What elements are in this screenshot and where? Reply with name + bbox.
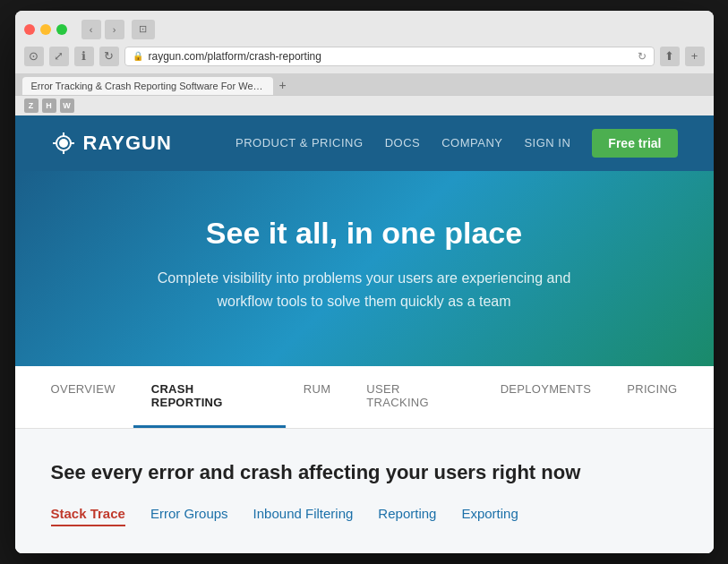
subtab-stack-trace[interactable]: Stack Trace — [51, 506, 125, 526]
browser-tab-bar: Error Tracking & Crash Reporting Softwar… — [15, 73, 714, 95]
lock-icon: 🔒 — [133, 51, 143, 61]
svg-rect-3 — [63, 150, 64, 154]
svg-rect-2 — [63, 132, 64, 137]
svg-rect-5 — [70, 142, 74, 144]
address-text: raygun.com/platform/crash-reporting — [149, 50, 632, 63]
address-bar[interactable]: 🔒 raygun.com/platform/crash-reporting ↻ — [124, 47, 655, 66]
window-toggle-button[interactable]: ⊡ — [132, 20, 155, 39]
back-button[interactable]: ‹ — [81, 20, 101, 39]
extensions-row: Z H W — [15, 95, 714, 115]
nav-sign-in[interactable]: SIGN IN — [524, 136, 570, 150]
tab-deployments[interactable]: DEPLOYMENTS — [483, 366, 610, 428]
reload-button[interactable]: ↻ — [99, 47, 119, 66]
hero-section: See it all, in one place Complete visibi… — [15, 171, 714, 366]
ext-z-icon: Z — [24, 98, 39, 113]
subtab-inbound-filtering[interactable]: Inbound Filtering — [253, 506, 354, 526]
subtab-exporting[interactable]: Exporting — [461, 506, 518, 526]
tab-pricing[interactable]: PRICING — [609, 366, 695, 428]
nav-docs[interactable]: DOCS — [385, 136, 421, 150]
hero-title: See it all, in one place — [51, 216, 678, 251]
subtab-error-groups[interactable]: Error Groups — [150, 506, 228, 526]
close-button[interactable] — [24, 24, 35, 35]
share-button[interactable]: ⬆ — [660, 47, 680, 66]
forward-button[interactable]: › — [105, 20, 124, 39]
new-tab-button[interactable]: + — [275, 77, 291, 93]
minimize-button[interactable] — [40, 24, 51, 35]
browser-tab[interactable]: Error Tracking & Crash Reporting Softwar… — [22, 77, 273, 95]
tab-overview[interactable]: OVERVIEW — [33, 366, 133, 428]
logo: RAYGUN — [51, 131, 172, 156]
nav-company[interactable]: COMPANY — [441, 136, 502, 150]
hero-subtitle: Complete visibility into problems your u… — [141, 267, 588, 312]
sub-tabs: Stack Trace Error Groups Inbound Filteri… — [51, 506, 678, 526]
logo-text: RAYGUN — [83, 132, 172, 155]
content-area: See every error and crash affecting your… — [15, 429, 714, 553]
browser-window: ‹ › ⊡ ⊙ ⤢ ℹ ↻ 🔒 raygun.com/platform/cras… — [15, 11, 714, 553]
tab-crash-reporting[interactable]: CRASH REPORTING — [133, 366, 286, 428]
browser-chrome: ‹ › ⊡ ⊙ ⤢ ℹ ↻ 🔒 raygun.com/platform/cras… — [15, 11, 714, 73]
content-title: See every error and crash affecting your… — [51, 461, 678, 484]
tab-user-tracking[interactable]: USER TRACKING — [348, 366, 482, 428]
subtab-reporting[interactable]: Reporting — [378, 506, 436, 526]
site-header: RAYGUN PRODUCT & PRICING DOCS COMPANY SI… — [15, 115, 714, 171]
svg-rect-4 — [53, 142, 57, 144]
traffic-lights — [24, 24, 67, 35]
svg-point-0 — [59, 139, 68, 148]
browser-nav: ‹ › — [81, 20, 124, 39]
free-trial-button[interactable]: Free trial — [592, 129, 677, 158]
ext-w-icon: W — [60, 98, 74, 113]
info-button[interactable]: ℹ — [74, 47, 94, 66]
ext-h-icon: H — [42, 98, 56, 113]
zoom-button[interactable]: ⤢ — [49, 47, 69, 66]
platform-tabs: OVERVIEW CRASH REPORTING RUM USER TRACKI… — [15, 366, 714, 429]
nav-product-pricing[interactable]: PRODUCT & PRICING — [236, 136, 364, 150]
tab-rum[interactable]: RUM — [286, 366, 349, 428]
browser-toolbar: ⊙ ⤢ ℹ ↻ 🔒 raygun.com/platform/crash-repo… — [24, 47, 705, 73]
browser-titlebar: ‹ › ⊡ — [24, 20, 705, 39]
logo-icon — [51, 131, 76, 156]
maximize-button[interactable] — [56, 24, 67, 35]
bookmark-button[interactable]: + — [685, 47, 705, 66]
website-content: RAYGUN PRODUCT & PRICING DOCS COMPANY SI… — [15, 115, 714, 553]
refresh-icon: ↻ — [638, 50, 647, 63]
history-button[interactable]: ⊙ — [24, 47, 44, 66]
site-nav: PRODUCT & PRICING DOCS COMPANY SIGN IN F… — [236, 129, 677, 158]
